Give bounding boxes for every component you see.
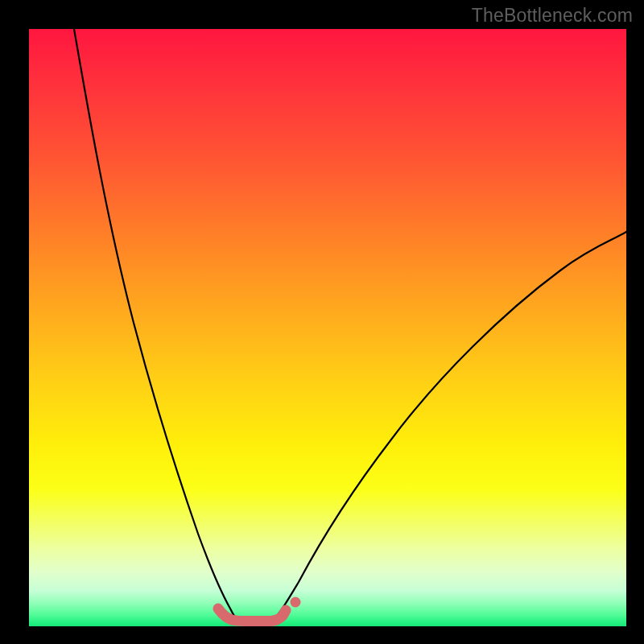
marker-dot-icon (291, 597, 301, 608)
left-curve (74, 29, 237, 619)
chart-frame: TheBottleneck.com (0, 0, 644, 644)
curves-layer (29, 29, 626, 626)
plot-area (29, 29, 626, 626)
watermark-text: TheBottleneck.com (472, 5, 633, 27)
right-curve (272, 232, 626, 621)
trough-marker (218, 609, 286, 621)
